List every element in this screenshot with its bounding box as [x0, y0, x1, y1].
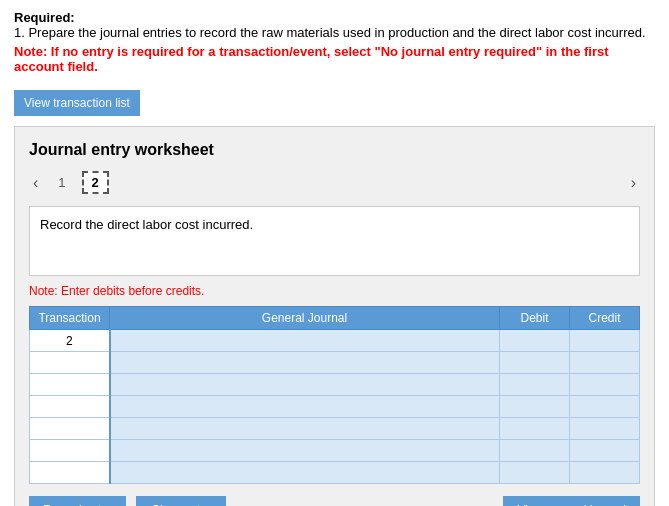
journal-table: Transaction General Journal Debit Credit… — [29, 306, 640, 484]
general-journal-cell[interactable] — [110, 330, 500, 352]
description-text: Record the direct labor cost incurred. — [40, 217, 253, 232]
worksheet-title: Journal entry worksheet — [29, 141, 640, 159]
table-row — [30, 440, 640, 462]
general-journal-cell[interactable] — [110, 462, 500, 484]
required-section: Required: 1. Prepare the journal entries… — [14, 10, 655, 74]
credit-cell[interactable] — [570, 352, 640, 374]
col-header-general-journal: General Journal — [110, 307, 500, 330]
instruction-text: 1. Prepare the journal entries to record… — [14, 25, 655, 40]
page-1-button[interactable]: 1 — [50, 173, 73, 192]
view-transaction-button[interactable]: View transaction list — [14, 90, 140, 116]
transaction-cell: 2 — [30, 330, 110, 352]
page-2-button[interactable]: 2 — [82, 171, 109, 194]
transaction-cell — [30, 418, 110, 440]
table-row — [30, 374, 640, 396]
debit-cell[interactable] — [500, 440, 570, 462]
col-header-transaction: Transaction — [30, 307, 110, 330]
transaction-cell — [30, 440, 110, 462]
record-entry-button[interactable]: Record entry — [29, 496, 126, 506]
debit-cell[interactable] — [500, 374, 570, 396]
table-row — [30, 352, 640, 374]
chevron-right-icon[interactable]: › — [627, 172, 640, 194]
debit-cell[interactable] — [500, 352, 570, 374]
table-row: 2 — [30, 330, 640, 352]
credit-cell[interactable] — [570, 440, 640, 462]
table-row — [30, 462, 640, 484]
general-journal-cell[interactable] — [110, 440, 500, 462]
general-journal-cell[interactable] — [110, 396, 500, 418]
clear-entry-button[interactable]: Clear entry — [136, 496, 226, 506]
transaction-cell — [30, 374, 110, 396]
required-title: Required: — [14, 10, 75, 25]
transaction-cell — [30, 352, 110, 374]
debit-cell[interactable] — [500, 418, 570, 440]
transaction-cell — [30, 396, 110, 418]
transaction-cell — [30, 462, 110, 484]
credit-cell[interactable] — [570, 462, 640, 484]
note-debits: Note: Enter debits before credits. — [29, 284, 640, 298]
credit-cell[interactable] — [570, 374, 640, 396]
debit-cell[interactable] — [500, 396, 570, 418]
table-row — [30, 418, 640, 440]
debit-cell[interactable] — [500, 330, 570, 352]
general-journal-cell[interactable] — [110, 352, 500, 374]
credit-cell[interactable] — [570, 330, 640, 352]
bottom-buttons: Record entry Clear entry View general jo… — [29, 496, 640, 506]
col-header-credit: Credit — [570, 307, 640, 330]
credit-cell[interactable] — [570, 418, 640, 440]
note-text: Note: If no entry is required for a tran… — [14, 44, 655, 74]
chevron-left-icon[interactable]: ‹ — [29, 172, 42, 194]
general-journal-cell[interactable] — [110, 374, 500, 396]
description-box: Record the direct labor cost incurred. — [29, 206, 640, 276]
table-row — [30, 396, 640, 418]
col-header-debit: Debit — [500, 307, 570, 330]
general-journal-cell[interactable] — [110, 418, 500, 440]
credit-cell[interactable] — [570, 396, 640, 418]
view-general-journal-button[interactable]: View general journal — [503, 496, 640, 506]
worksheet-container: Journal entry worksheet ‹ 1 2 › Record t… — [14, 126, 655, 506]
debit-cell[interactable] — [500, 462, 570, 484]
pagination-row: ‹ 1 2 › — [29, 171, 640, 194]
